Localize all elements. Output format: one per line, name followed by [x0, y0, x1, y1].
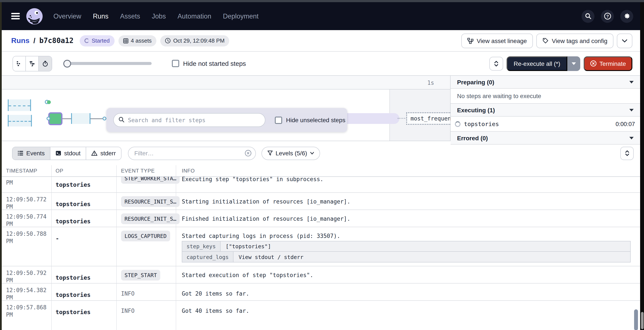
step-spinner-icon [455, 121, 460, 127]
start-time-badge: Oct 29, 12:09:48 PM [160, 35, 229, 46]
event-metadata-table: step_keys ["topstories"] captured_logs V… [182, 241, 631, 262]
expand-panel-button[interactable] [490, 57, 503, 70]
terminate-button[interactable]: Terminate [584, 56, 632, 71]
run-header: Runs / b7c80a12 Started 4 assets Oct 29,… [2, 30, 640, 52]
gantt-chart[interactable]: most_frequent Hide unselected steps [2, 90, 450, 141]
col-info: INFO [182, 168, 195, 174]
svg-text:?: ? [606, 14, 609, 18]
log-row[interactable]: 12:09:50.774 PM topstories RESOURCE_INIT… [2, 210, 640, 227]
grid-icon [123, 38, 128, 43]
search-icon[interactable] [582, 10, 594, 22]
log-row[interactable]: 12:09:50.7 PM topstories STEP_WORKER_STA… [2, 177, 640, 193]
assets-badge[interactable]: 4 assets [118, 35, 156, 46]
section-executing[interactable]: Executing (1) [450, 104, 640, 117]
section-preparing[interactable]: Preparing (0) [450, 76, 640, 89]
run-tags: Started 4 assets Oct 29, 12:09:48 PM [80, 35, 229, 46]
gantt-toolbar: Hide not started steps Re-execute all (*… [2, 52, 640, 76]
window-scrollbar-thumb[interactable] [641, 312, 643, 329]
not-started-step-bar[interactable] [71, 113, 90, 124]
hide-not-started-label: Hide not started steps [183, 60, 246, 67]
chevron-down-icon [629, 109, 634, 111]
view-tags-config-button[interactable]: View tags and config [536, 33, 614, 48]
section-errored[interactable]: Errored (0) [450, 132, 640, 145]
clear-filter-icon[interactable] [245, 150, 252, 157]
waterfall-icon [29, 60, 35, 66]
help-icon[interactable]: ? [601, 10, 614, 22]
timing-view-button[interactable] [39, 56, 52, 71]
slider-track[interactable] [63, 62, 152, 65]
waterfall-view-button[interactable] [26, 56, 39, 71]
expand-collapse-icon [494, 60, 498, 66]
log-row[interactable]: 12:09:50.792 PM topstories STEP_START St… [2, 266, 640, 284]
event-type-label: INFO [121, 290, 134, 297]
metadata-value: ["topstories"] [220, 241, 630, 251]
not-started-step-bar[interactable] [8, 115, 32, 127]
log-tabs: Events stdout stderr [12, 147, 122, 160]
view-asset-lineage-button[interactable]: View asset lineage [461, 33, 533, 48]
breadcrumb-runs-link[interactable]: Runs [11, 36, 30, 45]
reexecute-split-button: Re-execute all (*) [507, 56, 580, 71]
window-top-edge [0, 0, 644, 2]
expand-log-button[interactable] [620, 147, 634, 160]
nav-item-overview[interactable]: Overview [54, 12, 81, 20]
status-spinner-icon [84, 38, 89, 43]
event-type-badge: RESOURCE_INIT_S… [121, 196, 180, 207]
dagster-logo-icon[interactable] [26, 7, 43, 25]
nav-item-jobs[interactable]: Jobs [152, 12, 166, 20]
gantt-zoom-slider[interactable] [63, 60, 152, 67]
log-filter-input[interactable] [128, 147, 256, 160]
col-event-type: EVENT TYPE [121, 168, 155, 174]
step-dot-running[interactable] [47, 100, 51, 104]
menu-icon[interactable] [11, 12, 20, 21]
caret-down-icon [572, 62, 576, 65]
pending-dependency-edge [398, 118, 407, 119]
captured-logs-link[interactable]: View stdout / stderr [234, 252, 630, 262]
slider-handle[interactable] [63, 60, 71, 67]
window-scrollbar[interactable] [640, 2, 644, 330]
cancel-circle-icon [590, 60, 596, 67]
reexecute-dropdown-button[interactable] [567, 56, 580, 71]
executing-step-row[interactable]: topstories 0:00:07 [450, 117, 640, 132]
log-row[interactable]: 12:09:50.788 PM - LOGS_CAPTURED Started … [2, 227, 640, 266]
log-row[interactable]: 12:09:54.382 PM topstories INFO Got 20 i… [2, 284, 640, 301]
step-search-input[interactable] [113, 113, 265, 127]
event-type-badge: STEP_START [121, 270, 160, 281]
nav-item-deployment[interactable]: Deployment [223, 12, 258, 20]
levels-dropdown[interactable]: Levels (5/6) [262, 147, 320, 160]
chevron-down-icon [622, 39, 627, 42]
gantt-view-switcher [12, 56, 52, 71]
log-scrollbar-thumb[interactable] [634, 309, 638, 330]
settings-gear-icon[interactable] [620, 10, 633, 22]
tab-stdout[interactable]: stdout [50, 147, 86, 160]
nav-item-runs[interactable]: Runs [93, 12, 108, 20]
hide-unselected-checkbox[interactable] [275, 116, 282, 124]
gantt-time-axis: 1s [2, 76, 450, 90]
expand-collapse-icon [625, 150, 629, 156]
event-type-badge: RESOURCE_INIT_S… [121, 213, 180, 224]
metadata-row: step_keys ["topstories"] [182, 241, 630, 252]
event-type-badge: LOGS_CAPTURED [121, 231, 170, 241]
log-row[interactable]: 12:09:50.772 PM topstories RESOURCE_INIT… [2, 193, 640, 210]
event-log-panel: Events stdout stderr Levels (5 [2, 141, 640, 330]
more-actions-button[interactable] [617, 33, 632, 48]
chevron-down-icon [629, 81, 634, 83]
nav-links: Overview Runs Assets Jobs Automation Dep… [54, 12, 258, 20]
nav-item-automation[interactable]: Automation [178, 12, 211, 20]
pending-step-box[interactable]: most_frequent [406, 112, 450, 125]
log-table-header: TIMESTAMP OP EVENT TYPE INFO [2, 165, 640, 177]
top-nav: Overview Runs Assets Jobs Automation Dep… [2, 2, 640, 30]
not-started-step-bar[interactable] [8, 99, 31, 111]
col-timestamp: TIMESTAMP [6, 168, 37, 174]
tab-events[interactable]: Events [12, 147, 50, 160]
col-op: OP [56, 168, 63, 174]
tab-stderr[interactable]: stderr [86, 147, 121, 160]
log-row[interactable]: 12:09:57.868 PM topstories INFO Got 40 i… [2, 301, 640, 330]
nav-item-assets[interactable]: Assets [120, 12, 140, 20]
edge-endpoint [46, 117, 50, 121]
hide-not-started-checkbox[interactable] [172, 60, 179, 67]
flat-view-button[interactable] [13, 56, 26, 71]
dagster-run-page: Overview Runs Assets Jobs Automation Dep… [0, 0, 644, 330]
search-icon [118, 117, 124, 123]
metadata-key: step_keys [182, 241, 220, 251]
reexecute-all-button[interactable]: Re-execute all (*) [507, 56, 567, 71]
